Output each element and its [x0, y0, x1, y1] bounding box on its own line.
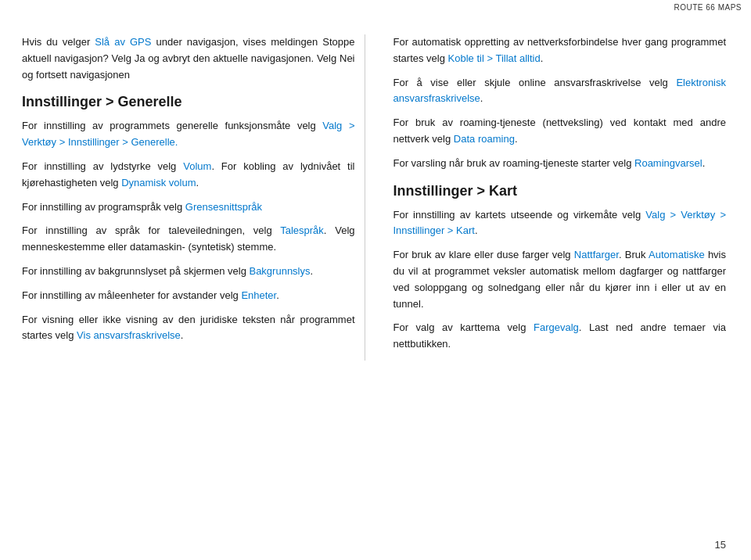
section-generelle-heading: Innstillinger > Generelle [22, 94, 355, 110]
roamingvarsel-link[interactable]: Roamingvarsel [634, 157, 702, 169]
para-maleenheter: For innstilling av måleenheter for avsta… [22, 288, 355, 304]
dynamisk-volum-link[interactable]: Dynamisk volum [121, 177, 196, 188]
fargevalg-link[interactable]: Fargevalg [534, 321, 579, 333]
para-bakgrunnslys: For innstilling av bakgrunnslyset på skj… [22, 264, 355, 280]
para-lydstyrke: For innstilling av lydstyrke velg Volum.… [22, 159, 355, 192]
para-karttema: For valg av karttema velg Fargevalg. Las… [393, 320, 727, 353]
koble-til-link[interactable]: Koble til > Tillat alltid [448, 52, 541, 64]
gps-off-link[interactable]: Slå av GPS [95, 36, 151, 48]
valg-kart-link[interactable]: Valg > Verktøy > Innstillinger > Kart [393, 209, 727, 237]
para-juridisk: For visning eller ikke visning av den ju… [22, 312, 355, 345]
valg-generelle-link[interactable]: Valg > Verktøy > Innstillinger > Generel… [22, 120, 355, 148]
enheter-link[interactable]: Enheter [241, 289, 276, 301]
automatiske-link[interactable]: Automatiske [649, 249, 705, 260]
para-programsprak: For innstilling av programspråk velg Gre… [22, 199, 355, 216]
section-kart-heading: Innstillinger > Kart [393, 183, 727, 199]
bakgrunnslys-link[interactable]: Bakgrunnslys [249, 265, 310, 277]
para-farger: For bruk av klare eller duse farger velg… [393, 247, 727, 312]
grensesnittsprak-link[interactable]: Grensesnittspråk [185, 201, 262, 213]
brand-text: ROUTE 66 MAPS [674, 3, 742, 12]
page-number: 15 [715, 539, 726, 551]
nattfarger-link[interactable]: Nattfarger [574, 249, 619, 260]
volum-link[interactable]: Volum [183, 160, 211, 172]
para-generelle-1: For innstilling av programmets generelle… [22, 118, 355, 151]
data-roaming-link[interactable]: Data roaming [454, 133, 515, 145]
para-roaming: For bruk av roaming-tjeneste (nettveksli… [393, 115, 727, 148]
para-kart-innstilling: For innstilling av kartets utseende og v… [393, 207, 727, 240]
para-roamingvarsel: For varsling når bruk av roaming-tjenest… [393, 156, 727, 172]
brand-header: ROUTE 66 MAPS [674, 3, 742, 12]
talesprak-link[interactable]: Talespråk [280, 224, 324, 236]
column-right: For automatisk oppretting av nettverksfo… [384, 34, 727, 361]
intro-paragraph: Hvis du velger Slå av GPS under navigasj… [22, 34, 355, 83]
para-ansvarsfraskrivelse: For å vise eller skjule online ansvarsfr… [393, 75, 727, 108]
column-left: Hvis du velger Slå av GPS under navigasj… [22, 34, 365, 361]
elektronisk-ansvarsfraskrivelse-link[interactable]: Elektronisk ansvarsfraskrivelse [393, 77, 727, 105]
para-nettverksforbindelse: For automatisk oppretting av nettverksfo… [393, 34, 727, 67]
vis-ansvarsfraskrivelse-link[interactable]: Vis ansvarsfraskrivelse [77, 329, 181, 341]
para-taleveiledning: For innstilling av språk for taleveiledn… [22, 223, 355, 256]
